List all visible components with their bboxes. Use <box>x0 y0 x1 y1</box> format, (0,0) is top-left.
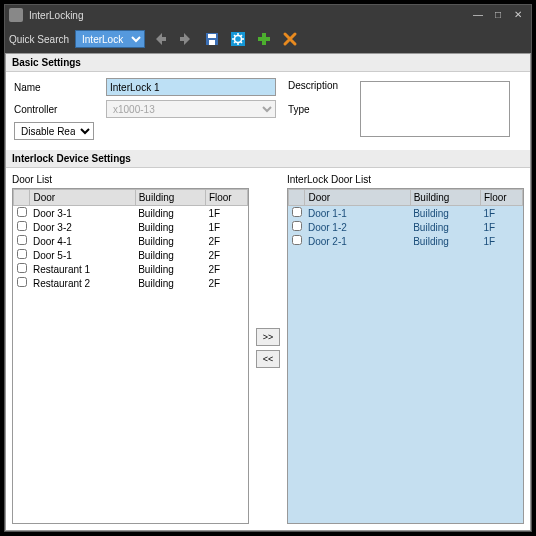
delete-button[interactable] <box>279 28 301 50</box>
device-settings-header: Interlock Device Settings <box>6 150 530 168</box>
cell-door: Door 4-1 <box>30 234 135 248</box>
titlebar: InterLocking — □ ✕ <box>5 5 531 25</box>
col-check <box>289 190 305 206</box>
arrow-right-icon <box>178 31 194 47</box>
transfer-buttons: >> << <box>253 172 283 524</box>
col-building[interactable]: Building <box>135 190 205 206</box>
row-checkbox[interactable] <box>17 221 27 231</box>
name-input[interactable] <box>106 78 276 96</box>
description-input[interactable] <box>360 81 510 137</box>
row-checkbox[interactable] <box>292 235 302 245</box>
svg-rect-2 <box>209 40 215 45</box>
cell-building: Building <box>135 276 205 290</box>
interlock-list-panel: InterLock Door List Door Building Floor … <box>287 172 524 524</box>
type-label: Type <box>288 104 348 115</box>
row-checkbox[interactable] <box>17 235 27 245</box>
device-settings-panel: Door List Door Building Floor Door 3-1Bu… <box>6 168 530 530</box>
table-row[interactable]: Door 1-2Building1F <box>289 220 523 234</box>
cell-building: Building <box>135 262 205 276</box>
cell-floor: 1F <box>480 220 522 234</box>
row-checkbox[interactable] <box>17 207 27 217</box>
cell-door: Door 5-1 <box>30 248 135 262</box>
col-check <box>14 190 30 206</box>
cell-floor: 1F <box>205 206 247 221</box>
table-row[interactable]: Door 3-2Building1F <box>14 220 248 234</box>
save-icon <box>204 31 220 47</box>
cell-floor: 2F <box>205 276 247 290</box>
plus-icon <box>256 31 272 47</box>
cell-building: Building <box>410 206 480 221</box>
cell-floor: 2F <box>205 262 247 276</box>
maximize-button[interactable]: □ <box>489 8 507 22</box>
cell-building: Building <box>135 234 205 248</box>
col-door[interactable]: Door <box>305 190 410 206</box>
cell-building: Building <box>410 220 480 234</box>
type-select[interactable]: Disable Reader <box>14 122 94 140</box>
cell-door: Door 3-1 <box>30 206 135 221</box>
cell-door: Door 2-1 <box>305 234 410 248</box>
col-floor[interactable]: Floor <box>205 190 247 206</box>
table-row[interactable]: Restaurant 1Building2F <box>14 262 248 276</box>
cell-floor: 1F <box>480 234 522 248</box>
cell-floor: 2F <box>205 234 247 248</box>
cell-door: Door 1-1 <box>305 206 410 221</box>
basic-settings-panel: Name Description Controller x1000-13 Typ… <box>6 72 530 150</box>
save-button[interactable] <box>201 28 223 50</box>
interlock-list-grid[interactable]: Door Building Floor Door 1-1Building1FDo… <box>287 188 524 524</box>
nav-next-button[interactable] <box>175 28 197 50</box>
row-checkbox[interactable] <box>17 263 27 273</box>
close-button[interactable]: ✕ <box>509 8 527 22</box>
lists-container: Door List Door Building Floor Door 3-1Bu… <box>6 168 530 530</box>
col-building[interactable]: Building <box>410 190 480 206</box>
table-row[interactable]: Door 2-1Building1F <box>289 234 523 248</box>
window-title: InterLocking <box>29 10 467 21</box>
row-checkbox[interactable] <box>292 207 302 217</box>
door-list-panel: Door List Door Building Floor Door 3-1Bu… <box>12 172 249 524</box>
cell-building: Building <box>135 248 205 262</box>
cell-door: Restaurant 1 <box>30 262 135 276</box>
cell-floor: 2F <box>205 248 247 262</box>
table-row[interactable]: Door 5-1Building2F <box>14 248 248 262</box>
interlock-list-title: InterLock Door List <box>287 172 524 188</box>
cell-floor: 1F <box>480 206 522 221</box>
col-floor[interactable]: Floor <box>480 190 522 206</box>
cell-building: Building <box>135 220 205 234</box>
cell-floor: 1F <box>205 220 247 234</box>
table-row[interactable]: Door 1-1Building1F <box>289 206 523 221</box>
door-list-grid[interactable]: Door Building Floor Door 3-1Building1FDo… <box>12 188 249 524</box>
gear-icon <box>230 31 246 47</box>
quick-search-label: Quick Search <box>9 34 69 45</box>
controller-label: Controller <box>14 104 94 115</box>
name-label: Name <box>14 82 94 93</box>
col-door[interactable]: Door <box>30 190 135 206</box>
add-button[interactable] <box>253 28 275 50</box>
toolbar: Quick Search InterLock 1 <box>5 25 531 53</box>
row-checkbox[interactable] <box>17 249 27 259</box>
app-icon <box>9 8 23 22</box>
cell-door: Door 3-2 <box>30 220 135 234</box>
settings-button[interactable] <box>227 28 249 50</box>
cell-door: Restaurant 2 <box>30 276 135 290</box>
quick-search-select[interactable]: InterLock 1 <box>75 30 145 48</box>
cell-building: Building <box>135 206 205 221</box>
table-row[interactable]: Door 4-1Building2F <box>14 234 248 248</box>
svg-rect-1 <box>208 34 216 38</box>
description-label: Description <box>288 78 348 91</box>
x-icon <box>282 31 298 47</box>
controller-select[interactable]: x1000-13 <box>106 100 276 118</box>
content-area: Basic Settings Name Description Controll… <box>5 53 531 531</box>
minimize-button[interactable]: — <box>469 8 487 22</box>
cell-building: Building <box>410 234 480 248</box>
door-list-title: Door List <box>12 172 249 188</box>
cell-door: Door 1-2 <box>305 220 410 234</box>
app-window: InterLocking — □ ✕ Quick Search InterLoc… <box>4 4 532 532</box>
arrow-left-icon <box>152 31 168 47</box>
move-right-button[interactable]: >> <box>256 328 280 346</box>
table-row[interactable]: Restaurant 2Building2F <box>14 276 248 290</box>
nav-prev-button[interactable] <box>149 28 171 50</box>
row-checkbox[interactable] <box>292 221 302 231</box>
table-row[interactable]: Door 3-1Building1F <box>14 206 248 221</box>
move-left-button[interactable]: << <box>256 350 280 368</box>
basic-settings-header: Basic Settings <box>6 54 530 72</box>
row-checkbox[interactable] <box>17 277 27 287</box>
